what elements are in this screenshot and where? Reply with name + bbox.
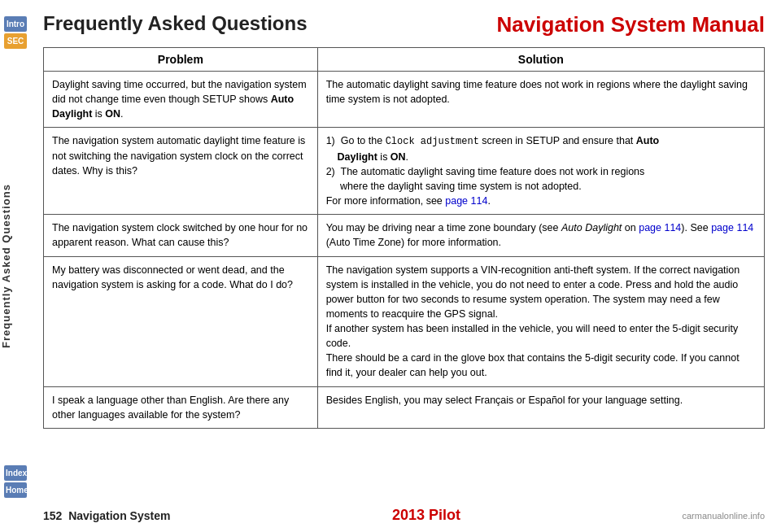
col-header-problem: Problem	[44, 48, 318, 72]
solution-cell: The navigation system supports a VIN-rec…	[317, 256, 764, 386]
table-row: The navigation system clock switched by …	[44, 215, 765, 256]
sidebar: Intro SEC Frequently Asked Questions Ind…	[0, 0, 31, 532]
footer-page-info: 152 Navigation System	[43, 509, 170, 522]
manual-title: Navigation System Manual	[497, 12, 765, 37]
table-row: My battery was disconnected or went dead…	[44, 256, 765, 386]
footer-nav-label: Navigation System	[68, 509, 170, 522]
mono-text: Clock adjustment	[386, 136, 479, 147]
bold-text: Auto Daylight	[52, 94, 294, 120]
bold-text: ON	[105, 108, 120, 120]
table-row: I speak a language other than English. A…	[44, 386, 765, 428]
problem-cell: The navigation system automatic daylight…	[44, 128, 318, 215]
sidebar-tab-index[interactable]: Index	[4, 465, 27, 481]
footer-model: 2013 Pilot	[392, 507, 460, 524]
problem-cell: My battery was disconnected or went dead…	[44, 256, 318, 386]
problem-cell: Daylight saving time occurred, but the n…	[44, 72, 318, 128]
bold-text: ON	[390, 151, 406, 163]
italic-text: Auto Daylight	[561, 222, 622, 233]
page-link[interactable]: page 114	[445, 195, 487, 207]
solution-cell: 1) Go to the Clock adjustment screen in …	[317, 128, 764, 215]
page-title: Frequently Asked Questions	[43, 12, 308, 35]
page-link[interactable]: page 114	[711, 222, 753, 233]
solution-cell: The automatic daylight saving time featu…	[317, 72, 764, 128]
table-row: The navigation system automatic daylight…	[44, 128, 765, 215]
bold-text: Auto Daylight	[326, 135, 660, 162]
sidebar-tab-sec[interactable]: SEC	[4, 33, 27, 49]
sidebar-tab-intro[interactable]: Intro	[4, 16, 27, 32]
sidebar-tab-home[interactable]: Home	[4, 482, 27, 498]
faq-table: Problem Solution Daylight saving time oc…	[43, 47, 765, 429]
solution-cell: You may be driving near a time zone boun…	[317, 215, 764, 256]
problem-cell: I speak a language other than English. A…	[44, 386, 318, 428]
page-number: 152	[43, 509, 62, 522]
footer-watermark: carmanualonline.info	[682, 511, 765, 521]
col-header-solution: Solution	[317, 48, 764, 72]
main-content: Frequently Asked Questions Navigation Sy…	[31, 0, 781, 532]
problem-cell: The navigation system clock switched by …	[44, 215, 318, 256]
sidebar-vertical-label: Frequently Asked Questions	[0, 184, 29, 348]
footer: 152 Navigation System 2013 Pilot carmanu…	[31, 507, 781, 524]
page-link[interactable]: page 114	[639, 222, 681, 233]
solution-cell: Besides English, you may select Français…	[317, 386, 764, 428]
header: Frequently Asked Questions Navigation Sy…	[43, 12, 765, 37]
table-row: Daylight saving time occurred, but the n…	[44, 72, 765, 128]
sidebar-label-container: Frequently Asked Questions	[0, 65, 29, 467]
sidebar-bottom-tabs: Index Home	[0, 465, 31, 499]
